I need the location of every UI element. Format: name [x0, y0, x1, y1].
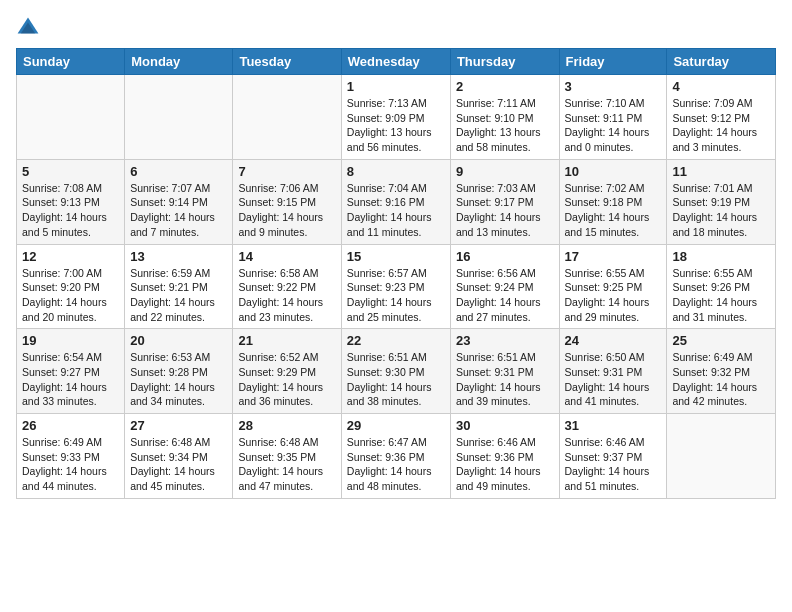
calendar-cell: 13Sunrise: 6:59 AMSunset: 9:21 PMDayligh… [125, 244, 233, 329]
day-info: Sunrise: 7:09 AMSunset: 9:12 PMDaylight:… [672, 96, 770, 155]
calendar-table: SundayMondayTuesdayWednesdayThursdayFrid… [16, 48, 776, 499]
day-number: 13 [130, 249, 227, 264]
day-number: 9 [456, 164, 554, 179]
calendar-cell: 3Sunrise: 7:10 AMSunset: 9:11 PMDaylight… [559, 75, 667, 160]
calendar-cell [17, 75, 125, 160]
calendar-cell: 5Sunrise: 7:08 AMSunset: 9:13 PMDaylight… [17, 159, 125, 244]
calendar-cell: 14Sunrise: 6:58 AMSunset: 9:22 PMDayligh… [233, 244, 341, 329]
calendar-cell [125, 75, 233, 160]
day-info: Sunrise: 6:51 AMSunset: 9:31 PMDaylight:… [456, 350, 554, 409]
day-number: 7 [238, 164, 335, 179]
weekday-header-sunday: Sunday [17, 49, 125, 75]
day-number: 11 [672, 164, 770, 179]
day-number: 29 [347, 418, 445, 433]
day-info: Sunrise: 6:48 AMSunset: 9:34 PMDaylight:… [130, 435, 227, 494]
day-info: Sunrise: 6:51 AMSunset: 9:30 PMDaylight:… [347, 350, 445, 409]
calendar-week-4: 19Sunrise: 6:54 AMSunset: 9:27 PMDayligh… [17, 329, 776, 414]
calendar-week-1: 1Sunrise: 7:13 AMSunset: 9:09 PMDaylight… [17, 75, 776, 160]
calendar-cell: 9Sunrise: 7:03 AMSunset: 9:17 PMDaylight… [450, 159, 559, 244]
calendar-cell: 7Sunrise: 7:06 AMSunset: 9:15 PMDaylight… [233, 159, 341, 244]
day-info: Sunrise: 6:52 AMSunset: 9:29 PMDaylight:… [238, 350, 335, 409]
calendar-cell: 27Sunrise: 6:48 AMSunset: 9:34 PMDayligh… [125, 414, 233, 499]
day-number: 31 [565, 418, 662, 433]
day-info: Sunrise: 6:47 AMSunset: 9:36 PMDaylight:… [347, 435, 445, 494]
calendar-cell: 23Sunrise: 6:51 AMSunset: 9:31 PMDayligh… [450, 329, 559, 414]
day-info: Sunrise: 6:49 AMSunset: 9:33 PMDaylight:… [22, 435, 119, 494]
calendar-cell: 12Sunrise: 7:00 AMSunset: 9:20 PMDayligh… [17, 244, 125, 329]
calendar-cell: 22Sunrise: 6:51 AMSunset: 9:30 PMDayligh… [341, 329, 450, 414]
weekday-header-saturday: Saturday [667, 49, 776, 75]
day-number: 19 [22, 333, 119, 348]
calendar-cell: 8Sunrise: 7:04 AMSunset: 9:16 PMDaylight… [341, 159, 450, 244]
calendar-cell [233, 75, 341, 160]
calendar-cell: 28Sunrise: 6:48 AMSunset: 9:35 PMDayligh… [233, 414, 341, 499]
calendar-cell: 15Sunrise: 6:57 AMSunset: 9:23 PMDayligh… [341, 244, 450, 329]
day-info: Sunrise: 7:11 AMSunset: 9:10 PMDaylight:… [456, 96, 554, 155]
calendar-cell: 20Sunrise: 6:53 AMSunset: 9:28 PMDayligh… [125, 329, 233, 414]
weekday-header-monday: Monday [125, 49, 233, 75]
day-number: 12 [22, 249, 119, 264]
calendar-cell: 1Sunrise: 7:13 AMSunset: 9:09 PMDaylight… [341, 75, 450, 160]
day-info: Sunrise: 7:02 AMSunset: 9:18 PMDaylight:… [565, 181, 662, 240]
day-number: 2 [456, 79, 554, 94]
weekday-header-tuesday: Tuesday [233, 49, 341, 75]
day-info: Sunrise: 6:55 AMSunset: 9:26 PMDaylight:… [672, 266, 770, 325]
calendar-cell: 25Sunrise: 6:49 AMSunset: 9:32 PMDayligh… [667, 329, 776, 414]
day-number: 27 [130, 418, 227, 433]
logo [16, 16, 44, 40]
day-number: 10 [565, 164, 662, 179]
day-info: Sunrise: 7:07 AMSunset: 9:14 PMDaylight:… [130, 181, 227, 240]
calendar-cell: 4Sunrise: 7:09 AMSunset: 9:12 PMDaylight… [667, 75, 776, 160]
day-info: Sunrise: 6:58 AMSunset: 9:22 PMDaylight:… [238, 266, 335, 325]
day-info: Sunrise: 7:04 AMSunset: 9:16 PMDaylight:… [347, 181, 445, 240]
day-number: 23 [456, 333, 554, 348]
day-info: Sunrise: 6:50 AMSunset: 9:31 PMDaylight:… [565, 350, 662, 409]
day-number: 15 [347, 249, 445, 264]
weekday-header-thursday: Thursday [450, 49, 559, 75]
day-info: Sunrise: 6:46 AMSunset: 9:37 PMDaylight:… [565, 435, 662, 494]
day-number: 22 [347, 333, 445, 348]
calendar-cell: 26Sunrise: 6:49 AMSunset: 9:33 PMDayligh… [17, 414, 125, 499]
day-number: 6 [130, 164, 227, 179]
day-info: Sunrise: 6:57 AMSunset: 9:23 PMDaylight:… [347, 266, 445, 325]
day-number: 16 [456, 249, 554, 264]
day-number: 3 [565, 79, 662, 94]
calendar-cell: 21Sunrise: 6:52 AMSunset: 9:29 PMDayligh… [233, 329, 341, 414]
calendar-cell: 11Sunrise: 7:01 AMSunset: 9:19 PMDayligh… [667, 159, 776, 244]
day-number: 26 [22, 418, 119, 433]
day-info: Sunrise: 6:59 AMSunset: 9:21 PMDaylight:… [130, 266, 227, 325]
calendar-cell: 17Sunrise: 6:55 AMSunset: 9:25 PMDayligh… [559, 244, 667, 329]
day-number: 25 [672, 333, 770, 348]
calendar-cell [667, 414, 776, 499]
calendar-cell: 18Sunrise: 6:55 AMSunset: 9:26 PMDayligh… [667, 244, 776, 329]
calendar-week-3: 12Sunrise: 7:00 AMSunset: 9:20 PMDayligh… [17, 244, 776, 329]
day-number: 24 [565, 333, 662, 348]
calendar-cell: 10Sunrise: 7:02 AMSunset: 9:18 PMDayligh… [559, 159, 667, 244]
day-number: 21 [238, 333, 335, 348]
calendar-cell: 31Sunrise: 6:46 AMSunset: 9:37 PMDayligh… [559, 414, 667, 499]
day-info: Sunrise: 6:55 AMSunset: 9:25 PMDaylight:… [565, 266, 662, 325]
day-info: Sunrise: 6:46 AMSunset: 9:36 PMDaylight:… [456, 435, 554, 494]
day-number: 1 [347, 79, 445, 94]
weekday-header-friday: Friday [559, 49, 667, 75]
page-header [16, 16, 776, 40]
calendar-cell: 2Sunrise: 7:11 AMSunset: 9:10 PMDaylight… [450, 75, 559, 160]
day-number: 20 [130, 333, 227, 348]
calendar-cell: 30Sunrise: 6:46 AMSunset: 9:36 PMDayligh… [450, 414, 559, 499]
calendar-week-2: 5Sunrise: 7:08 AMSunset: 9:13 PMDaylight… [17, 159, 776, 244]
day-info: Sunrise: 6:48 AMSunset: 9:35 PMDaylight:… [238, 435, 335, 494]
day-info: Sunrise: 6:56 AMSunset: 9:24 PMDaylight:… [456, 266, 554, 325]
day-info: Sunrise: 7:06 AMSunset: 9:15 PMDaylight:… [238, 181, 335, 240]
day-info: Sunrise: 6:49 AMSunset: 9:32 PMDaylight:… [672, 350, 770, 409]
day-number: 4 [672, 79, 770, 94]
day-number: 14 [238, 249, 335, 264]
logo-icon [16, 16, 40, 40]
calendar-cell: 19Sunrise: 6:54 AMSunset: 9:27 PMDayligh… [17, 329, 125, 414]
calendar-cell: 6Sunrise: 7:07 AMSunset: 9:14 PMDaylight… [125, 159, 233, 244]
weekday-header-wednesday: Wednesday [341, 49, 450, 75]
day-number: 28 [238, 418, 335, 433]
day-info: Sunrise: 7:00 AMSunset: 9:20 PMDaylight:… [22, 266, 119, 325]
day-number: 8 [347, 164, 445, 179]
day-info: Sunrise: 6:53 AMSunset: 9:28 PMDaylight:… [130, 350, 227, 409]
weekday-header-row: SundayMondayTuesdayWednesdayThursdayFrid… [17, 49, 776, 75]
